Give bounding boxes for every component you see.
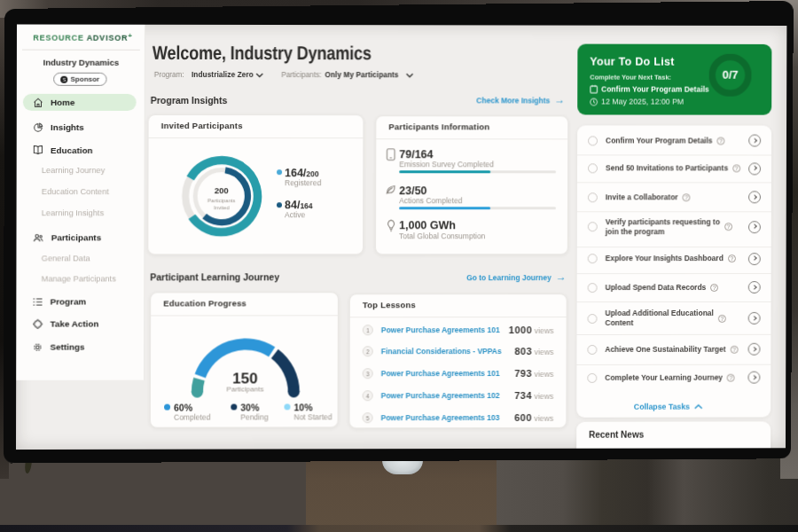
svg-text:200: 200 <box>214 186 228 196</box>
svg-text:0/7: 0/7 <box>722 68 738 82</box>
svg-text:Participants: Participants <box>207 198 235 203</box>
svg-text:Invited: Invited <box>213 205 229 210</box>
